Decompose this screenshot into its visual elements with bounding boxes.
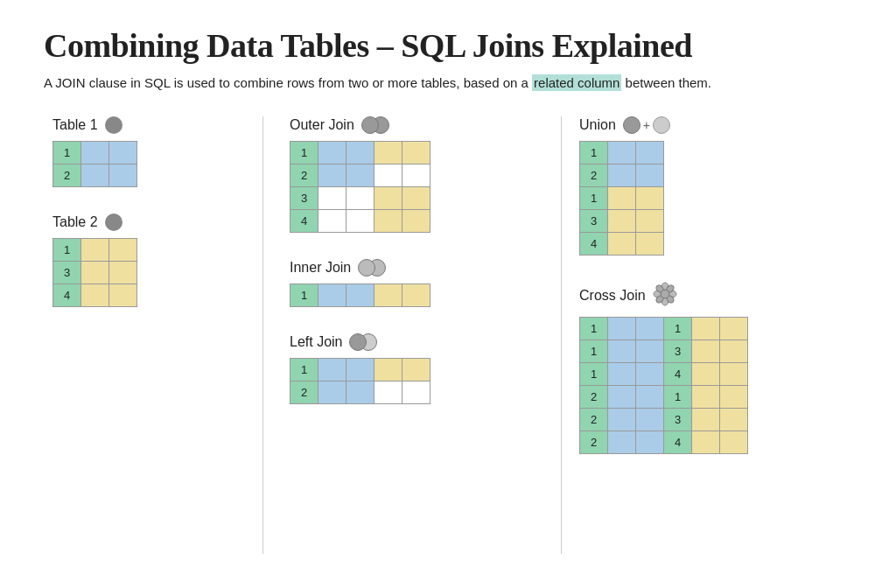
mid-column: Outer Join 1 2 3: [263, 116, 561, 430]
left-join-label: Left Join: [290, 333, 535, 351]
table-cell: [109, 142, 137, 164]
table-row: 2 1: [580, 386, 748, 409]
table-row: 1: [290, 284, 430, 307]
table-row: 2: [580, 164, 664, 187]
table-row: 2: [290, 164, 430, 187]
table-cell: [109, 262, 137, 284]
cross-join-label: Cross Join: [579, 282, 842, 310]
right-column: Union + 1 2 1 3: [562, 116, 859, 480]
table-cell: 1: [53, 239, 81, 262]
table-row: 3: [580, 210, 664, 233]
table-cell: [81, 262, 109, 284]
inner-join-table: 1: [290, 284, 430, 307]
table-row: 2: [290, 382, 430, 404]
outer-join-icon: [361, 116, 389, 134]
table-row: 1 1: [580, 318, 748, 340]
table-row: 2 4: [580, 431, 748, 454]
cross-join-icon: [653, 282, 677, 310]
table-row: 1 4: [580, 363, 748, 386]
table2-icon: [105, 214, 122, 231]
table-row: 3: [290, 187, 430, 210]
table1-icon: [105, 116, 122, 134]
table1-label: Table 1: [52, 116, 245, 134]
table-row: 2 3: [580, 409, 748, 431]
svg-point-9: [661, 290, 669, 298]
left-column: Table 1 1 2 Table 2 1: [44, 116, 262, 333]
table2: 1 3 4: [52, 238, 137, 307]
left-join-table: 1 2: [290, 358, 430, 404]
table-cell: [109, 284, 137, 307]
union-icon: +: [623, 116, 670, 134]
table1: 1 2: [52, 141, 137, 187]
table-row: 4: [290, 210, 430, 233]
table-cell: [81, 239, 109, 262]
subtitle: A JOIN clause in SQL is used to combine …: [44, 75, 852, 90]
table-row: 1: [580, 187, 664, 210]
table-row: 4: [53, 284, 137, 307]
table-row: 1: [53, 239, 137, 262]
inner-join-icon: [358, 259, 386, 276]
table-row: 1 3: [580, 340, 748, 363]
subtitle-highlight: related column: [532, 74, 621, 91]
union-table: 1 2 1 3 4: [579, 141, 664, 256]
table-row: 1: [580, 142, 664, 164]
table-cell: 3: [53, 262, 81, 284]
table-row: 1: [290, 359, 430, 382]
table-cell: 4: [53, 284, 81, 307]
cross-join-table: 1 1 1 3 1 4: [579, 317, 748, 454]
table-cell: 1: [53, 142, 81, 164]
left-join-icon: [349, 333, 377, 351]
table-row: 4: [580, 233, 664, 256]
table-cell: [81, 142, 109, 164]
table-row: 1: [53, 142, 137, 164]
outer-join-table: 1 2 3 4: [290, 141, 430, 233]
table-row: 3: [53, 262, 137, 284]
union-label: Union +: [579, 116, 842, 134]
outer-join-label: Outer Join: [290, 116, 535, 134]
inner-join-label: Inner Join: [290, 259, 535, 276]
table-cell: [81, 284, 109, 307]
table-cell: [109, 239, 137, 262]
table2-label: Table 2: [52, 214, 245, 231]
table-row: 2: [53, 164, 137, 187]
table-row: 1: [290, 142, 430, 164]
table-cell: [109, 164, 137, 187]
page-title: Combining Data Tables – SQL Joins Explai…: [44, 26, 852, 65]
table-cell: 2: [53, 164, 81, 187]
table-cell: [81, 164, 109, 187]
subtitle-start: A JOIN clause in SQL is used to combine …: [44, 75, 532, 90]
main-layout: Table 1 1 2 Table 2 1: [44, 116, 852, 554]
subtitle-end: between them.: [621, 75, 711, 90]
